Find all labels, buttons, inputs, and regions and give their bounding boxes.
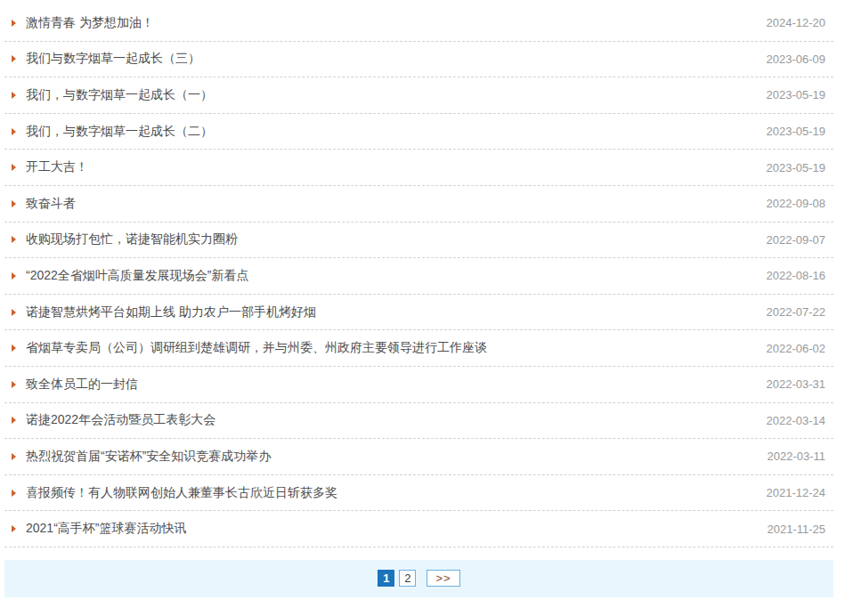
arrow-bullet-icon (12, 272, 16, 280)
arrow-bullet-icon (12, 20, 16, 27)
arrow-bullet-icon (12, 309, 16, 316)
arrow-bullet-icon (12, 128, 16, 135)
article-title-link[interactable]: 省烟草专卖局（公司）调研组到楚雄调研，并与州委、州政府主要领导进行工作座谈 (26, 340, 756, 356)
article-date: 2024-12-20 (767, 16, 826, 29)
article-date: 2023-06-09 (767, 53, 826, 66)
article-title-link[interactable]: 致奋斗者 (26, 196, 756, 212)
arrow-bullet-icon (12, 417, 16, 424)
arrow-bullet-icon (12, 236, 16, 243)
arrow-bullet-icon (12, 55, 16, 62)
arrow-bullet-icon (12, 490, 16, 497)
article-date: 2023-05-19 (767, 88, 826, 101)
arrow-bullet-icon (12, 525, 16, 532)
list-item: 热烈祝贺首届“安诺杯”安全知识竞赛成功举办 2022-03-11 (4, 439, 833, 475)
list-item: 我们，与数字烟草一起成长（一） 2023-05-19 (4, 77, 833, 114)
article-title-link[interactable]: 激情青春 为梦想加油！ (26, 15, 756, 31)
list-item: 诺捷2022年会活动暨员工表彰大会 2022-03-14 (4, 403, 833, 440)
list-item: 激情青春 为梦想加油！ 2024-12-20 (4, 5, 833, 42)
page-button-1[interactable]: 1 (378, 570, 394, 587)
article-date: 2022-09-08 (767, 197, 826, 210)
article-title-link[interactable]: 诺捷智慧烘烤平台如期上线 助力农户一部手机烤好烟 (26, 304, 756, 320)
article-date: 2022-06-02 (767, 342, 826, 355)
list-item: 我们与数字烟草一起成长（三） 2023-06-09 (4, 42, 833, 78)
article-title-link[interactable]: 收购现场打包忙，诺捷智能机实力圈粉 (26, 231, 756, 247)
list-item: 省烟草专卖局（公司）调研组到楚雄调研，并与州委、州政府主要领导进行工作座谈 20… (4, 330, 833, 367)
next-page-button[interactable]: >> (427, 570, 459, 587)
list-item: 诺捷智慧烘烤平台如期上线 助力农户一部手机烤好烟 2022-07-22 (4, 295, 833, 331)
article-title-link[interactable]: 我们，与数字烟草一起成长（一） (26, 87, 756, 103)
article-date: 2022-03-14 (767, 414, 826, 427)
article-title-link[interactable]: “2022全省烟叶高质量发展现场会”新看点 (26, 268, 756, 284)
article-title-link[interactable]: 致全体员工的一封信 (26, 377, 756, 393)
arrow-bullet-icon (12, 381, 16, 388)
news-list: 激情青春 为梦想加油！ 2024-12-20 我们与数字烟草一起成长（三） 20… (4, 0, 833, 547)
article-title-link[interactable]: 我们，与数字烟草一起成长（二） (26, 124, 756, 140)
article-date: 2022-07-22 (767, 305, 826, 319)
article-date: 2021-12-24 (767, 486, 826, 499)
list-item: 2021“高手杯”篮球赛活动快讯 2021-11-25 (4, 511, 833, 547)
article-title-link[interactable]: 喜报频传！有人物联网创始人兼董事长古欣近日斩获多奖 (26, 485, 756, 501)
article-title-link[interactable]: 2021“高手杯”篮球赛活动快讯 (26, 521, 756, 537)
article-title-link[interactable]: 开工大吉！ (26, 159, 756, 175)
arrow-bullet-icon (12, 164, 16, 171)
article-date: 2022-09-07 (767, 233, 826, 247)
article-date: 2022-08-16 (767, 269, 826, 282)
article-date: 2022-03-31 (767, 377, 826, 391)
article-title-link[interactable]: 我们与数字烟草一起成长（三） (26, 51, 756, 67)
pagination: 1 2 >> (4, 560, 833, 597)
article-date: 2022-03-11 (767, 450, 825, 463)
arrow-bullet-icon (12, 200, 16, 207)
list-item: 致全体员工的一封信 2022-03-31 (4, 367, 833, 403)
page-button-2[interactable]: 2 (399, 570, 416, 587)
article-date: 2023-05-19 (767, 125, 826, 138)
article-date: 2021-11-25 (767, 523, 825, 536)
list-item: 我们，与数字烟草一起成长（二） 2023-05-19 (4, 114, 833, 150)
arrow-bullet-icon (12, 453, 16, 460)
article-title-link[interactable]: 热烈祝贺首届“安诺杯”安全知识竞赛成功举办 (26, 449, 756, 465)
list-item: 喜报频传！有人物联网创始人兼董事长古欣近日斩获多奖 2021-12-24 (4, 475, 833, 512)
article-title-link[interactable]: 诺捷2022年会活动暨员工表彰大会 (26, 412, 756, 428)
list-item: 致奋斗者 2022-09-08 (4, 186, 833, 223)
list-item: 收购现场打包忙，诺捷智能机实力圈粉 2022-09-07 (4, 223, 833, 259)
list-item: 开工大吉！ 2023-05-19 (4, 150, 833, 186)
article-date: 2023-05-19 (767, 161, 826, 174)
arrow-bullet-icon (12, 92, 16, 99)
list-item: “2022全省烟叶高质量发展现场会”新看点 2022-08-16 (4, 258, 833, 295)
arrow-bullet-icon (12, 344, 16, 352)
